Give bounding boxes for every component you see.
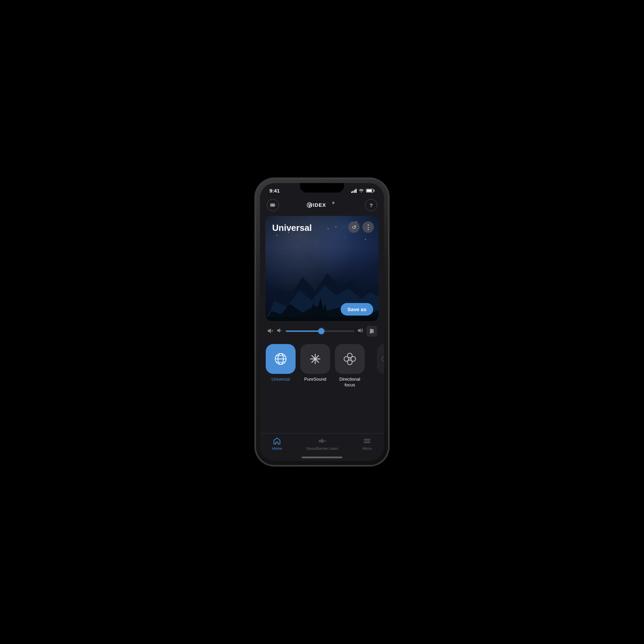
svg-point-33	[314, 358, 316, 360]
nav-home-label: Home	[272, 446, 282, 450]
svg-marker-19	[358, 328, 361, 333]
puresound-label: PureSound	[304, 377, 326, 382]
puresound-icon	[300, 344, 330, 374]
app-logo: W IDEX ®	[307, 201, 337, 209]
directional-icon	[335, 344, 365, 374]
svg-point-37	[344, 357, 349, 361]
svg-text:W: W	[308, 203, 313, 208]
svg-rect-14	[265, 317, 379, 321]
programs-row: Universal PureSound	[260, 341, 384, 394]
svg-point-39	[382, 357, 384, 361]
status-time: 9:41	[269, 188, 280, 194]
nav-menu[interactable]: Menu	[363, 437, 372, 450]
universal-label: Universal	[271, 377, 290, 382]
soundsense-icon	[318, 437, 326, 445]
home-icon	[273, 437, 281, 445]
svg-point-25	[370, 332, 371, 333]
nav-home[interactable]: Home	[272, 437, 282, 450]
program-tile-directional[interactable]: Directionalfocus	[335, 344, 365, 388]
undo-button[interactable]: ↺	[348, 221, 360, 233]
phone-screen: 9:41	[260, 183, 384, 461]
mute-icon[interactable]	[267, 328, 274, 335]
svg-point-23	[370, 329, 372, 330]
universal-icon	[266, 344, 296, 374]
svg-rect-2	[271, 204, 274, 206]
nav-soundsense-label: SoundSense Learn	[306, 446, 338, 450]
program-tile-universal[interactable]: Universal	[265, 344, 296, 388]
nav-menu-label: Menu	[363, 446, 372, 450]
home-indicator	[302, 457, 342, 458]
svg-marker-18	[277, 328, 280, 333]
hero-card: Universal ↺ ⋮ Save as	[265, 216, 379, 321]
svg-marker-15	[268, 328, 271, 333]
phone-shell: 9:41	[256, 179, 388, 465]
status-icons	[351, 189, 375, 193]
program-tile-partial[interactable]	[369, 344, 384, 388]
slider-thumb[interactable]	[318, 328, 324, 334]
battery-header-icon[interactable]	[267, 199, 279, 211]
equalizer-button[interactable]	[366, 326, 377, 337]
volume-low-icon	[276, 327, 283, 335]
directional-label: Directionalfocus	[339, 377, 360, 388]
wifi-icon	[359, 189, 364, 193]
volume-high-icon	[357, 327, 364, 335]
partial-icon	[377, 344, 384, 374]
signal-bars-icon	[351, 189, 357, 193]
menu-icon	[363, 437, 371, 445]
svg-point-24	[372, 330, 373, 332]
svg-text:IDEX: IDEX	[313, 202, 326, 208]
help-icon[interactable]: ?	[365, 199, 377, 211]
svg-rect-1	[275, 205, 275, 206]
nav-soundsense[interactable]: SoundSense Learn	[306, 437, 338, 450]
program-tile-puresound[interactable]: PureSound	[300, 344, 330, 388]
more-options-button[interactable]: ⋮	[362, 221, 374, 233]
svg-text:®: ®	[332, 201, 335, 205]
hero-title: Universal	[272, 223, 312, 233]
slider-fill	[286, 330, 321, 332]
notch	[300, 183, 344, 193]
app-header: W IDEX ® ?	[260, 196, 384, 216]
volume-slider[interactable]	[286, 330, 354, 332]
save-as-button[interactable]: Save as	[341, 303, 373, 316]
battery-icon	[366, 189, 375, 193]
volume-row	[260, 321, 384, 341]
hero-actions: ↺ ⋮	[348, 221, 374, 233]
